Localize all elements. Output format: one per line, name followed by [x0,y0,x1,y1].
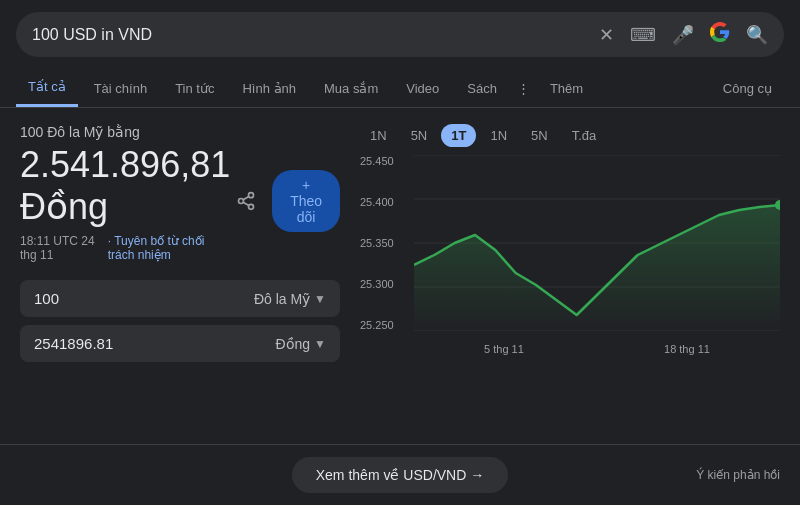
period-1n-1[interactable]: 1N [360,124,397,147]
search-icons: ✕ ⌨ 🎤 🔍 [599,22,768,47]
converter-result: 2.541.896,81 Đồng [20,144,230,228]
more-separator: ⋮ [513,71,534,106]
search-icon[interactable]: 🔍 [746,24,768,46]
to-currency[interactable]: Đồng ▼ [275,336,326,352]
y-label-1: 25.450 [360,155,410,167]
tab-video[interactable]: Video [394,71,451,106]
search-query[interactable]: 100 USD in VND [32,26,587,44]
search-bar: 100 USD in VND ✕ ⌨ 🎤 🔍 [16,12,784,57]
svg-point-0 [249,193,254,198]
nav-tabs: Tất cả Tài chính Tin tức Hình ảnh Mua sắ… [0,69,800,108]
tab-more[interactable]: Thêm [538,71,595,106]
period-5n-2[interactable]: 5N [521,124,558,147]
chart-y-labels: 25.450 25.400 25.350 25.300 25.250 [360,155,410,331]
chart-x-labels: 5 thg 11 18 thg 11 [414,343,780,355]
svg-line-4 [243,196,249,199]
mic-icon[interactable]: 🎤 [672,24,694,46]
from-currency-label: Đô la Mỹ [254,291,310,307]
close-icon[interactable]: ✕ [599,24,614,46]
timestamp: 18:11 UTC 24 thg 11 · Tuyên bố từ chối t… [20,234,230,262]
action-right: + Theo dõi [230,170,340,232]
to-value[interactable]: 2541896.81 [34,335,263,352]
time-selector: 1N 5N 1T 1N 5N T.đa [360,124,780,147]
tab-all[interactable]: Tất cả [16,69,78,107]
share-button[interactable] [230,185,262,217]
svg-point-2 [249,204,254,209]
tab-images[interactable]: Hình ảnh [230,71,308,106]
tab-shopping[interactable]: Mua sắm [312,71,390,106]
period-1t[interactable]: 1T [441,124,476,147]
x-label-1: 5 thg 11 [484,343,524,355]
tools-tab[interactable]: Công cụ [711,71,784,106]
see-more-button[interactable]: Xem thêm về USD/VND → [292,457,508,493]
right-panel: 1N 5N 1T 1N 5N T.đa 25.450 25.400 25.350… [360,124,780,370]
from-currency-row: 100 Đô la Mỹ ▼ [20,280,340,317]
to-chevron-icon: ▼ [314,337,326,351]
y-label-2: 25.400 [360,196,410,208]
from-value[interactable]: 100 [34,290,242,307]
keyboard-icon[interactable]: ⌨ [630,24,656,46]
from-chevron-icon: ▼ [314,292,326,306]
google-icon[interactable] [710,22,730,47]
svg-line-3 [243,202,249,205]
action-row: 100 Đô la Mỹ bằng 2.541.896,81 Đồng 18:1… [20,124,340,278]
tab-books[interactable]: Sách [455,71,509,106]
bottom-bar: Xem thêm về USD/VND → Ý kiến phản hồi [0,444,800,505]
y-label-5: 25.250 [360,319,410,331]
main-content: 100 Đô la Mỹ bằng 2.541.896,81 Đồng 18:1… [0,108,800,386]
period-tda[interactable]: T.đa [562,124,607,147]
follow-button[interactable]: + Theo dõi [272,170,340,232]
converter-description: 100 Đô la Mỹ bằng [20,124,230,140]
feedback-link[interactable]: Ý kiến phản hồi [696,468,780,482]
disclaimer-text[interactable]: · Tuyên bố từ chối trách nhiệm [108,234,231,262]
action-left: 100 Đô la Mỹ bằng 2.541.896,81 Đồng 18:1… [20,124,230,278]
y-label-4: 25.300 [360,278,410,290]
x-label-2: 18 thg 11 [664,343,710,355]
y-label-3: 25.350 [360,237,410,249]
from-currency[interactable]: Đô la Mỹ ▼ [254,291,326,307]
chart-container: 25.450 25.400 25.350 25.300 25.250 [360,155,780,355]
to-currency-label: Đồng [275,336,310,352]
period-5n-1[interactable]: 5N [401,124,438,147]
period-1n-2[interactable]: 1N [480,124,517,147]
left-panel: 100 Đô la Mỹ bằng 2.541.896,81 Đồng 18:1… [20,124,340,370]
chart-area [414,155,780,331]
tab-news[interactable]: Tin tức [163,71,226,106]
tab-finance[interactable]: Tài chính [82,71,159,106]
to-currency-row: 2541896.81 Đồng ▼ [20,325,340,362]
svg-point-1 [239,199,244,204]
timestamp-text: 18:11 UTC 24 thg 11 [20,234,104,262]
